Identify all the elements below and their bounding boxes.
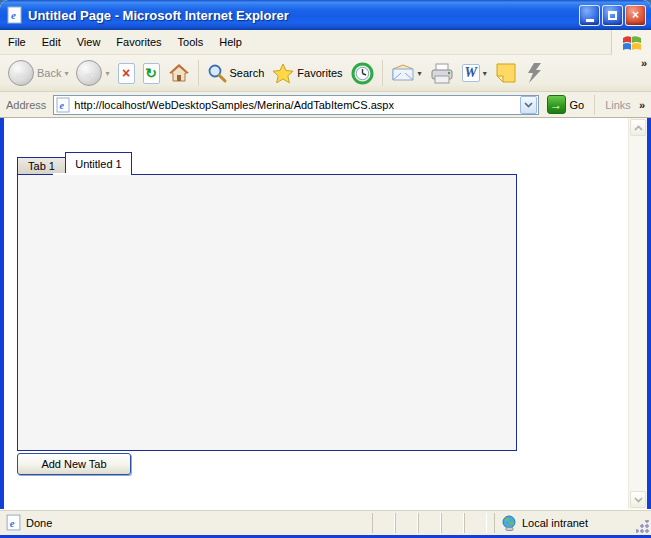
refresh-button[interactable]: ↻ — [139, 61, 164, 86]
status-pane — [395, 513, 418, 533]
close-button[interactable]: × — [625, 5, 646, 26]
search-icon — [207, 63, 227, 83]
content-frame: Tab 1 Untitled 1 Add New Tab — [0, 118, 651, 509]
address-bar: Address e → Go Links » — [0, 92, 651, 118]
messenger-button[interactable] — [521, 60, 549, 86]
vertical-scrollbar[interactable] — [628, 118, 647, 509]
address-input[interactable] — [74, 97, 515, 113]
back-dropdown-icon[interactable]: ▾ — [64, 69, 68, 78]
ie-page-icon: e — [6, 6, 24, 24]
mail-button[interactable]: ▾ — [387, 62, 426, 84]
address-dropdown-button[interactable] — [520, 96, 537, 114]
menu-edit[interactable]: Edit — [34, 32, 69, 52]
status-pane — [464, 513, 487, 533]
window-title: Untitled Page - Microsoft Internet Explo… — [28, 8, 579, 23]
status-page-icon: e — [6, 514, 21, 531]
mail-dropdown-icon[interactable]: ▾ — [418, 69, 422, 78]
discuss-button[interactable] — [491, 60, 521, 86]
print-button[interactable] — [426, 61, 458, 86]
address-field[interactable]: e — [53, 95, 538, 115]
status-panes — [372, 513, 487, 533]
favorites-star-icon — [272, 63, 294, 84]
scroll-down-button[interactable] — [630, 491, 646, 508]
search-label: Search — [230, 67, 265, 79]
active-tab-merge — [53, 173, 118, 175]
page-viewport: Tab 1 Untitled 1 Add New Tab — [4, 118, 628, 509]
history-button[interactable] — [347, 60, 378, 87]
toolbar-separator — [382, 60, 383, 86]
minimize-button[interactable] — [579, 5, 600, 26]
refresh-icon: ↻ — [143, 63, 160, 84]
svg-text:e: e — [10, 518, 15, 529]
toolbar: ← Back ▾ → ▾ × ↻ Search — [0, 55, 651, 92]
resize-grip[interactable] — [636, 520, 649, 533]
tab-1-label: Tab 1 — [28, 160, 55, 172]
menu-help[interactable]: Help — [211, 32, 250, 52]
windows-logo-box — [611, 30, 651, 55]
local-intranet-globe-icon — [501, 515, 518, 532]
address-separator — [594, 95, 595, 115]
chevron-down-icon — [524, 102, 533, 108]
stop-button[interactable]: × — [114, 61, 139, 86]
forward-dropdown-icon[interactable]: ▾ — [105, 69, 109, 78]
links-overflow-chevron[interactable]: » — [639, 99, 648, 111]
mail-icon — [391, 64, 415, 82]
back-button[interactable]: ← Back ▾ — [4, 58, 72, 88]
title-bar: e Untitled Page - Microsoft Internet Exp… — [0, 0, 651, 30]
menu-view[interactable]: View — [69, 32, 109, 52]
window-controls: × — [579, 5, 646, 26]
tab-untitled-1[interactable]: Untitled 1 — [65, 152, 132, 175]
toolbar-separator — [198, 60, 199, 86]
status-pane — [418, 513, 441, 533]
close-icon: × — [632, 8, 639, 22]
go-button[interactable]: → Go — [543, 94, 589, 115]
chevron-down-icon — [634, 497, 643, 503]
security-zone-text: Local intranet — [522, 517, 588, 529]
maximize-icon — [608, 11, 617, 20]
address-label: Address — [3, 99, 49, 111]
stop-icon: × — [118, 63, 135, 84]
status-bar: e Done Local intranet — [0, 509, 651, 535]
back-label: Back — [37, 67, 61, 79]
status-pane — [441, 513, 464, 533]
menu-favorites[interactable]: Favorites — [108, 32, 169, 52]
windows-flag-icon — [621, 32, 643, 54]
address-page-icon: e — [56, 97, 70, 113]
scroll-up-button[interactable] — [630, 119, 646, 136]
browser-window: e Untitled Page - Microsoft Internet Exp… — [0, 0, 651, 538]
search-button[interactable]: Search — [203, 61, 269, 85]
svg-text:e: e — [11, 9, 16, 21]
toolbar-overflow-chevron[interactable]: » — [641, 57, 647, 69]
menu-bar: File Edit View Favorites Tools Help — [0, 30, 651, 55]
menu-file[interactable]: File — [0, 32, 34, 52]
minimize-icon — [586, 19, 594, 22]
edit-word-button[interactable]: W ▾ — [458, 62, 491, 84]
print-icon — [430, 63, 454, 84]
tab-content-panel — [17, 174, 517, 451]
discuss-note-icon — [495, 62, 517, 84]
word-icon: W — [462, 64, 480, 82]
favorites-label: Favorites — [297, 67, 342, 79]
home-button[interactable] — [164, 61, 194, 85]
chevron-up-icon — [634, 125, 643, 131]
add-new-tab-button[interactable]: Add New Tab — [17, 453, 131, 475]
maximize-button[interactable] — [602, 5, 623, 26]
status-left-pane: e Done — [0, 514, 52, 531]
edit-dropdown-icon[interactable]: ▾ — [483, 69, 487, 78]
go-arrow-icon: → — [547, 95, 566, 114]
forward-icon: → — [76, 60, 102, 86]
security-zone-pane: Local intranet — [494, 513, 632, 533]
home-icon — [168, 63, 190, 83]
tab-untitled-1-label: Untitled 1 — [75, 158, 121, 170]
go-label: Go — [570, 99, 585, 111]
status-text: Done — [26, 517, 52, 529]
status-pane — [372, 513, 395, 533]
back-icon: ← — [8, 60, 34, 86]
svg-text:e: e — [60, 100, 65, 111]
links-label[interactable]: Links — [601, 99, 635, 111]
history-icon — [351, 62, 374, 85]
menu-tools[interactable]: Tools — [170, 32, 212, 52]
forward-button[interactable]: → ▾ — [72, 58, 113, 88]
favorites-button[interactable]: Favorites — [268, 61, 346, 86]
messenger-lightning-icon — [525, 62, 545, 84]
